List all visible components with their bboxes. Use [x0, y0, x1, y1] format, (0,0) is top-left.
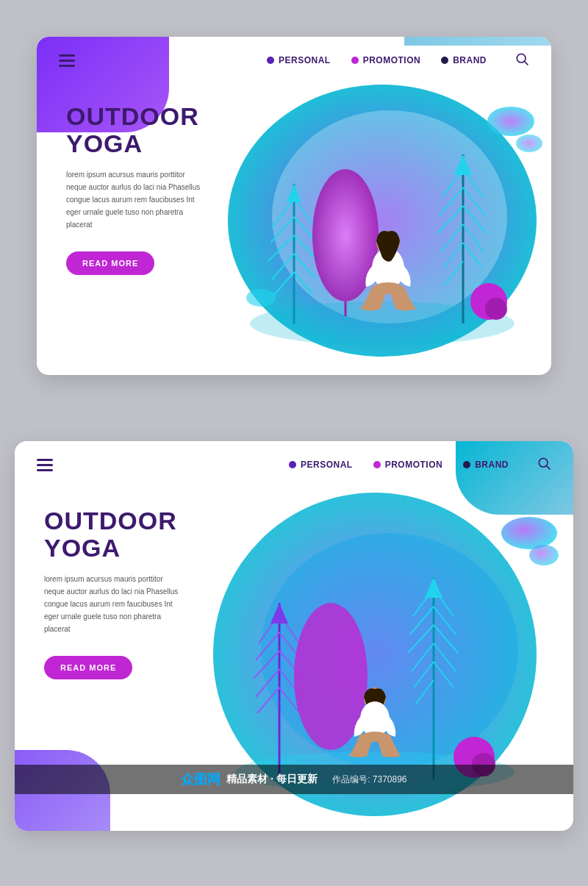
- watermark-number: 作品编号: 7370896: [332, 774, 406, 786]
- read-more-button[interactable]: READ MORE: [66, 251, 154, 275]
- svg-point-34: [246, 289, 276, 307]
- search-button-bottom[interactable]: [537, 456, 551, 474]
- svg-point-39: [516, 135, 542, 152]
- nav-dot-promotion-b: [373, 461, 381, 468]
- nav-dot-brand: [441, 57, 448, 64]
- hero-text-bottom: OUTDOOR YOGA lorem ipsum acursus mauris …: [44, 507, 184, 679]
- watermark-tagline: 精品素材 · 每日更新: [226, 773, 318, 786]
- nav-brand-b[interactable]: BRAND: [463, 460, 509, 470]
- nav-dot-personal-b: [289, 461, 296, 468]
- svg-point-33: [485, 298, 507, 320]
- watermark: 众图网 精品素材 · 每日更新 作品编号: 7370896: [15, 765, 573, 794]
- card-bottom: PERSONAL PROMOTION BRAND OUTDOOR YOGA lo…: [15, 441, 573, 831]
- nav-promotion-b[interactable]: PROMOTION: [373, 460, 443, 470]
- hero-body-bottom: lorem ipsum acursus mauris porttitor neq…: [44, 573, 184, 635]
- nav-dot-promotion: [351, 57, 359, 64]
- search-icon-bottom: [537, 456, 551, 471]
- svg-point-38: [487, 107, 534, 136]
- hero-title-bottom: OUTDOOR YOGA: [44, 507, 184, 562]
- svg-point-40: [539, 458, 548, 467]
- nav-dot-brand-b: [463, 461, 470, 468]
- nav-dot-personal: [267, 57, 274, 64]
- navbar: PERSONAL PROMOTION BRAND: [37, 51, 551, 69]
- nav-links-bottom: PERSONAL PROMOTION BRAND: [289, 456, 551, 474]
- svg-point-76: [501, 517, 557, 549]
- navbar-bottom: PERSONAL PROMOTION BRAND: [15, 456, 573, 474]
- hamburger-menu[interactable]: [59, 54, 75, 67]
- svg-point-75: [362, 732, 388, 742]
- nav-personal[interactable]: PERSONAL: [267, 55, 331, 65]
- nav-personal-b[interactable]: PERSONAL: [289, 460, 353, 470]
- nav-links: PERSONAL PROMOTION BRAND: [267, 51, 529, 69]
- hamburger-menu-bottom[interactable]: [37, 459, 53, 471]
- nav-brand[interactable]: BRAND: [441, 55, 487, 65]
- hero-body: lorem ipsum acursus mauris porttitor neq…: [66, 168, 206, 231]
- hero-text: OUTDOOR YOGA lorem ipsum acursus mauris …: [66, 103, 206, 275]
- svg-line-41: [547, 466, 551, 470]
- card-top: PERSONAL PROMOTION BRAND OUTDOOR YOGA lo…: [37, 37, 551, 375]
- svg-line-1: [525, 62, 528, 65]
- search-button[interactable]: [514, 51, 529, 69]
- watermark-logo: 众图网: [181, 771, 220, 788]
- svg-point-37: [373, 282, 403, 294]
- svg-point-0: [517, 54, 526, 62]
- hero-title: OUTDOOR YOGA: [66, 103, 206, 158]
- svg-point-77: [529, 545, 559, 565]
- svg-point-74: [360, 701, 390, 737]
- search-icon: [514, 51, 529, 66]
- nav-promotion[interactable]: PROMOTION: [351, 55, 421, 65]
- read-more-button-bottom[interactable]: READ MORE: [44, 656, 132, 679]
